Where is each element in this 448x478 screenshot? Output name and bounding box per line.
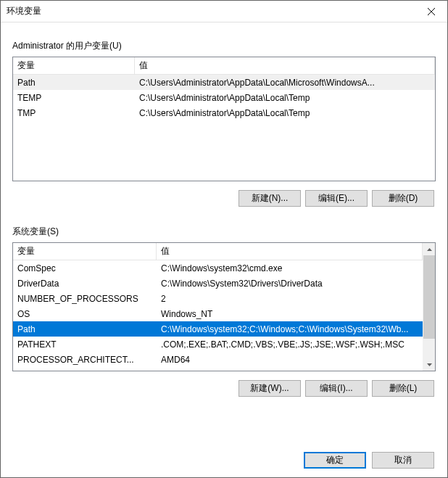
sys-col-name[interactable]: 变量 [13,243,157,260]
user-new-button[interactable]: 新建(N)... [238,190,301,207]
table-row[interactable]: TMP C:\Users\Administrator\AppData\Local… [13,105,435,120]
cell-name: PROCESSOR_ARCHITECT... [13,355,157,365]
dialog-buttons: 确定 取消 [12,452,436,469]
user-col-name[interactable]: 变量 [13,57,135,74]
sys-col-value[interactable]: 值 [157,243,423,260]
user-vars-buttons: 新建(N)... 编辑(E)... 删除(D) [12,190,436,207]
window-title: 环境变量 [7,5,415,17]
cell-name: PATHEXT [13,339,157,350]
cell-value: C:\Users\Administrator\AppData\Local\Tem… [135,108,435,118]
system-edit-button[interactable]: 编辑(I)... [305,380,368,397]
system-vars-list[interactable]: 变量 值 ComSpec C:\Windows\system32\cmd.exe… [12,242,436,371]
titlebar: 环境变量 [1,1,447,22]
user-rows: Path C:\Users\Administrator\AppData\Loca… [13,75,435,120]
system-scrollbar[interactable] [423,243,435,371]
user-vars-list[interactable]: 变量 值 Path C:\Users\Administrator\AppData… [12,57,436,181]
table-row[interactable]: NUMBER_OF_PROCESSORS 2 [13,291,423,306]
system-delete-button[interactable]: 删除(L) [372,380,434,397]
user-edit-button[interactable]: 编辑(E)... [305,190,368,207]
table-row[interactable]: PROCESSOR_ARCHITECT... AMD64 [13,352,423,367]
close-button[interactable] [415,1,447,22]
cell-name: TMP [13,108,135,118]
system-new-button[interactable]: 新建(W)... [238,380,301,397]
scroll-track[interactable] [423,255,435,358]
user-vars-label: Administrator 的用户变量(U) [12,40,436,52]
dialog-content: Administrator 的用户变量(U) 变量 值 Path C:\User… [1,22,447,477]
system-vars-group: 系统变量(S) 变量 值 ComSpec C:\Windows\system32… [12,226,436,397]
table-row[interactable]: Path C:\Users\Administrator\AppData\Loca… [13,75,435,90]
cell-value: C:\Windows\System32\Drivers\DriverData [157,279,423,289]
cell-value: AMD64 [157,355,423,365]
cell-name: NUMBER_OF_PROCESSORS [13,294,157,304]
user-delete-button[interactable]: 删除(D) [372,190,434,207]
cell-name: ComSpec [13,263,157,273]
cell-name: DriverData [13,279,157,289]
system-vars-label: 系统变量(S) [12,226,436,238]
user-col-value[interactable]: 值 [135,57,435,74]
table-row[interactable]: DriverData C:\Windows\System32\Drivers\D… [13,276,423,291]
system-vars-headers: 变量 值 [13,243,423,260]
table-row[interactable]: PATHEXT .COM;.EXE;.BAT;.CMD;.VBS;.VBE;.J… [13,337,423,352]
close-icon [428,8,435,15]
user-vars-headers: 变量 值 [13,57,435,75]
cell-name: Path [13,324,157,334]
cell-value: .COM;.EXE;.BAT;.CMD;.VBS;.VBE;.JS;.JSE;.… [157,339,423,350]
cell-value: C:\Users\Administrator\AppData\Local\Mic… [135,78,435,88]
table-row[interactable]: ComSpec C:\Windows\system32\cmd.exe [13,260,423,276]
table-row[interactable]: OS Windows_NT [13,306,423,321]
cancel-button[interactable]: 取消 [372,452,434,469]
cell-name: OS [13,309,157,319]
table-row[interactable]: Path C:\Windows\system32;C:\Windows;C:\W… [13,321,423,337]
cell-value: C:\Windows\system32\cmd.exe [157,263,423,273]
ok-button[interactable]: 确定 [304,452,366,469]
env-vars-dialog: 环境变量 Administrator 的用户变量(U) 变量 值 Path C:… [0,0,448,478]
scroll-thumb[interactable] [423,255,435,339]
cell-name: TEMP [13,93,135,103]
system-vars-buttons: 新建(W)... 编辑(I)... 删除(L) [12,380,436,397]
system-rows: ComSpec C:\Windows\system32\cmd.exe Driv… [13,260,423,367]
cell-name: Path [13,78,135,88]
scroll-up-icon[interactable] [423,243,435,255]
user-vars-group: Administrator 的用户变量(U) 变量 值 Path C:\User… [12,40,436,207]
cell-value: C:\Users\Administrator\AppData\Local\Tem… [135,93,435,103]
table-row[interactable]: TEMP C:\Users\Administrator\AppData\Loca… [13,90,435,105]
cell-value: Windows_NT [157,309,423,319]
cell-value: 2 [157,294,423,304]
scroll-down-icon[interactable] [423,358,435,371]
cell-value: C:\Windows\system32;C:\Windows;C:\Window… [157,324,423,334]
